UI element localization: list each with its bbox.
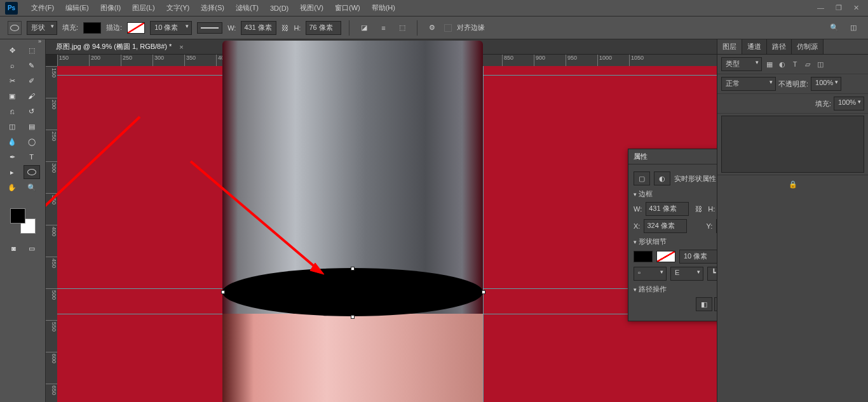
blur-tool[interactable]: 💧 xyxy=(4,135,20,149)
lasso-tool[interactable]: ⌕ xyxy=(4,58,20,72)
opacity-input[interactable]: 100% xyxy=(811,77,841,91)
close-icon[interactable]: ✕ xyxy=(853,4,859,12)
layers-panel: 图层 通道 路径 仿制源 类型 ▦ ◐ T ▱ ◫ 正常 不透明度: 100% … xyxy=(717,39,868,402)
dodge-tool[interactable]: ◯ xyxy=(24,135,40,149)
menu-filter[interactable]: 滤镜(T) xyxy=(230,3,264,13)
quick-mask-icon[interactable]: ◙ xyxy=(6,241,21,255)
layers-list[interactable] xyxy=(721,116,864,173)
menu-select[interactable]: 选择(S) xyxy=(195,3,230,13)
transform-handle[interactable] xyxy=(351,315,355,319)
history-brush-tool[interactable]: ↺ xyxy=(24,104,40,118)
ellipse-shape-tool[interactable] xyxy=(24,165,40,179)
crop-tool[interactable]: ✂ xyxy=(4,74,20,88)
gradient-tool[interactable]: ▤ xyxy=(24,119,40,133)
prop-w-input[interactable]: 431 像素 xyxy=(646,202,689,216)
stroke-align-dropdown[interactable]: ▫ xyxy=(634,267,667,281)
filter-shape-icon[interactable]: ▱ xyxy=(803,59,813,69)
stroke-caps-dropdown[interactable]: E xyxy=(670,267,703,281)
frame-tool[interactable]: ▣ xyxy=(4,89,20,103)
foreground-color-swatch[interactable] xyxy=(10,208,25,224)
screen-mode-icon[interactable]: ▭ xyxy=(25,241,39,255)
tab-clone-source[interactable]: 仿制源 xyxy=(792,39,824,54)
tab-close-icon[interactable]: × xyxy=(179,43,183,51)
shape-mode-dropdown[interactable]: 形状 xyxy=(27,21,57,35)
path-operations-icon[interactable]: ◪ xyxy=(357,21,371,35)
filter-smart-icon[interactable]: ◫ xyxy=(815,59,825,69)
link-wh-icon[interactable]: ⛓ xyxy=(281,24,288,32)
tab-layers[interactable]: 图层 xyxy=(717,39,742,54)
tool-preset-icon[interactable] xyxy=(8,21,22,35)
menu-3d[interactable]: 3D(D) xyxy=(264,4,294,12)
maximize-icon[interactable]: ❐ xyxy=(836,4,842,12)
bbox-section-head[interactable]: 边框 xyxy=(634,189,717,199)
eyedropper-tool[interactable]: ✐ xyxy=(24,74,40,88)
move-tool[interactable]: ✥ xyxy=(4,43,20,57)
menu-image[interactable]: 图像(I) xyxy=(95,3,126,13)
transform-handle[interactable] xyxy=(351,267,355,271)
detail-section-head[interactable]: 形状细节 xyxy=(634,237,717,246)
document-tab[interactable]: 原图.jpg @ 94.9% (椭圆 1, RGB/8#) * xyxy=(52,41,175,53)
pen-tool[interactable]: ✒ xyxy=(4,150,20,164)
pathop-combine-icon[interactable]: ◧ xyxy=(696,297,712,311)
brush-tool[interactable]: 🖌 xyxy=(24,89,40,103)
shape-options-icon[interactable] xyxy=(425,21,439,35)
stroke-width-dropdown[interactable]: 10 像素 xyxy=(150,21,192,35)
svg-line-2 xyxy=(191,161,318,269)
fill-swatch[interactable] xyxy=(83,22,101,34)
prop-stroke-swatch[interactable] xyxy=(656,251,675,262)
zoom-tool[interactable]: 🔍 xyxy=(24,180,40,194)
filter-type-icon[interactable]: T xyxy=(790,59,800,69)
clone-stamp-tool[interactable]: ⎌ xyxy=(4,104,20,118)
color-swatches[interactable] xyxy=(10,208,36,234)
prop-x-input[interactable]: 324 像素 xyxy=(644,219,687,233)
pathops-section-head[interactable]: 路径操作 xyxy=(634,285,717,294)
tab-paths[interactable]: 路径 xyxy=(767,39,792,54)
path-arrangement-icon[interactable]: ⬚ xyxy=(395,21,409,35)
workspace-switcher-icon[interactable]: ◫ xyxy=(846,21,860,35)
filter-pixel-icon[interactable]: ▦ xyxy=(764,59,775,69)
properties-header-label: 实时形状属性 xyxy=(674,174,716,184)
transform-handle[interactable] xyxy=(482,290,485,294)
guide-vertical[interactable] xyxy=(483,66,484,402)
ruler-tick: 200 xyxy=(89,55,121,66)
eraser-tool[interactable]: ◫ xyxy=(4,119,20,133)
menu-type[interactable]: 文字(Y) xyxy=(161,3,196,13)
marquee-tool[interactable]: ⬚ xyxy=(24,43,40,57)
type-tool[interactable]: T xyxy=(24,150,40,164)
stroke-corners-dropdown[interactable]: ┗ xyxy=(707,267,717,281)
menu-view[interactable]: 视图(V) xyxy=(294,3,329,13)
menu-window[interactable]: 窗口(W) xyxy=(329,3,366,13)
transform-handle[interactable] xyxy=(221,290,225,294)
path-select-tool[interactable]: ▸ xyxy=(4,165,20,179)
blend-mode-dropdown[interactable]: 正常 xyxy=(721,77,776,91)
hand-tool[interactable]: ✋ xyxy=(4,180,20,194)
stroke-style-dropdown[interactable] xyxy=(197,22,222,34)
properties-tab[interactable]: 属性 xyxy=(634,152,648,161)
height-input[interactable]: 76 像素 xyxy=(306,21,341,35)
menu-file[interactable]: 文件(F) xyxy=(25,3,60,13)
align-edges-checkbox[interactable] xyxy=(444,24,452,32)
lock-icon[interactable]: 🔒 xyxy=(789,180,797,189)
path-alignment-icon[interactable]: ≡ xyxy=(376,21,390,35)
pathop-subtract-icon[interactable]: ◨ xyxy=(714,297,717,311)
prop-stroke-width-dropdown[interactable]: 10 像素 xyxy=(679,250,717,264)
search-icon[interactable]: 🔍 xyxy=(827,21,841,35)
menu-edit[interactable]: 编辑(E) xyxy=(60,3,95,13)
annotation-arrow xyxy=(46,104,159,231)
quick-select-tool[interactable]: ✎ xyxy=(24,58,40,72)
prop-y-input[interactable]: 510 像素 xyxy=(716,219,717,233)
collapse-arrow-icon[interactable]: » xyxy=(38,38,41,44)
filter-adjust-icon[interactable]: ◐ xyxy=(777,59,787,69)
fill-opacity-input[interactable]: 100% xyxy=(834,97,864,111)
menu-layer[interactable]: 图层(L) xyxy=(126,3,160,13)
properties-panel: 属性 ≡ ▢ ◐ 实时形状属性 边框 W: 431 像素 ⛓ H: 76 像素 xyxy=(628,149,717,321)
prop-fill-swatch[interactable] xyxy=(634,251,653,262)
stroke-swatch[interactable] xyxy=(127,22,145,34)
menu-help[interactable]: 帮助(H) xyxy=(366,3,401,13)
canvas[interactable] xyxy=(57,66,717,402)
minimize-icon[interactable]: — xyxy=(817,4,824,12)
link-wh-icon[interactable]: ⛓ xyxy=(693,205,704,213)
layer-kind-filter[interactable]: 类型 xyxy=(721,57,762,71)
width-input[interactable]: 431 像素 xyxy=(241,21,276,35)
tab-channels[interactable]: 通道 xyxy=(742,39,767,54)
